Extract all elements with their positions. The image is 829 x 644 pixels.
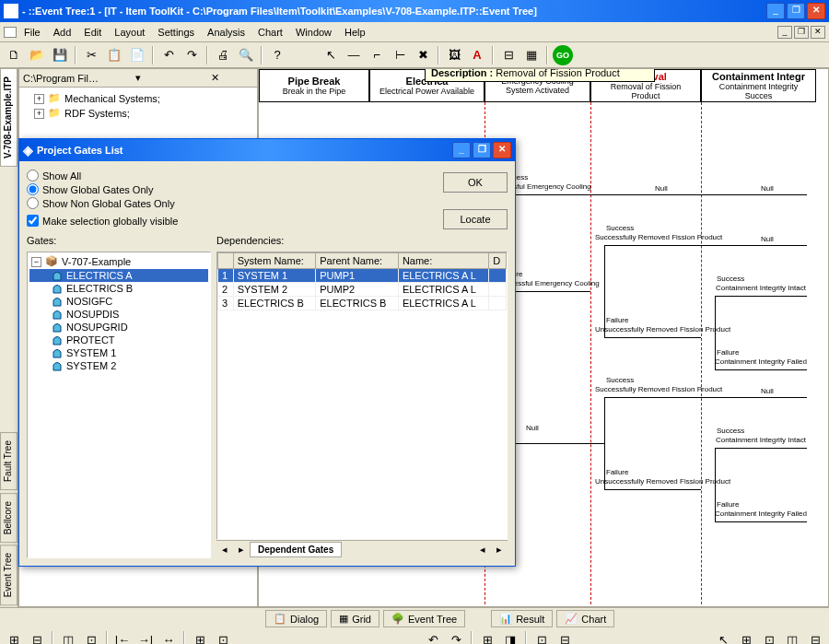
tool-h[interactable]: ⊞ [736,630,756,645]
et-column-header[interactable]: Containment IntegrContainment Integrity … [701,69,816,102]
radio-show-global[interactable]: Show Global Gates Only [27,182,443,196]
connect-tool[interactable]: ⊢ [390,45,410,65]
menu-add[interactable]: Add [48,25,77,40]
dialog-close[interactable]: ✕ [493,142,511,158]
gate-item[interactable]: NOSUPDIS [29,308,208,321]
tool-7[interactable]: ↔ [158,630,179,645]
text-tool[interactable]: A [467,45,487,65]
table-header[interactable]: Name: [398,253,488,269]
gate-item[interactable]: SYSTEM 1 [29,346,208,359]
line-tool[interactable]: — [344,45,364,65]
undo-button[interactable]: ↶ [158,45,179,65]
menu-layout[interactable]: Layout [109,25,150,40]
table-row[interactable]: 1SYSTEM 1PUMP1ELECTRICS A L [218,269,507,283]
tree-node-rdf[interactable]: + 📁 RDF Systems; [23,106,253,121]
delete-tool[interactable]: ✖ [413,45,433,65]
vtab-fault-tree[interactable]: Fault Tree [0,432,18,490]
minimize-button[interactable]: _ [766,3,785,19]
tool-5[interactable]: |← [112,630,133,645]
menu-settings[interactable]: Settings [152,25,200,40]
ok-button[interactable]: OK [443,172,508,193]
table-row[interactable]: 3ELECTRICS BELECTRICS BELECTRICS A L [218,297,507,310]
dependencies-table[interactable]: System Name:Parent Name:Name:D 1SYSTEM 1… [216,252,508,540]
mdi-close[interactable]: ✕ [811,26,825,39]
panel-close[interactable]: ✕ [177,72,253,85]
print-button[interactable]: 🖨 [213,45,233,65]
table-header[interactable]: D [489,253,507,269]
branch-tool[interactable]: ⌐ [367,45,387,65]
preview-button[interactable]: 🔍 [236,45,256,65]
dep-tab[interactable]: Dependent Gates [250,542,342,557]
dialog-minimize[interactable]: _ [452,142,471,158]
tool-3[interactable]: ◫ [58,630,78,645]
vtab-file[interactable]: V-708-Example.ITP [0,68,18,167]
tool-d[interactable]: ◨ [500,630,520,645]
tool-a[interactable]: ↶ [423,630,443,645]
menu-help[interactable]: Help [339,25,371,40]
tool-1[interactable]: ⊞ [4,630,24,645]
tool-e[interactable]: ⊡ [531,630,552,645]
vtab-event-tree[interactable]: Event Tree [0,544,18,605]
tool-g[interactable]: ↖ [713,630,733,645]
tab-event-tree[interactable]: 🌳Event Tree [383,610,465,627]
dialog-maximize[interactable]: ❐ [473,142,491,158]
panel-dropdown[interactable]: ▾ [99,72,176,85]
tool-i[interactable]: ⊡ [759,630,779,645]
locate-button[interactable]: Locate [443,209,508,229]
tab-dialog[interactable]: 📋Dialog [265,610,327,627]
redo-button[interactable]: ↷ [181,45,202,65]
tool-b[interactable]: ↷ [446,630,466,645]
tool-c[interactable]: ⊞ [477,630,497,645]
tool-j[interactable]: ◫ [782,630,802,645]
tool-6[interactable]: →| [135,630,156,645]
new-button[interactable]: 🗋 [4,45,24,65]
help-button[interactable]: ? [267,45,287,65]
go-button[interactable]: GO [553,45,573,65]
gate-item[interactable]: SYSTEM 2 [29,359,208,372]
tool-9[interactable]: ⊡ [213,630,233,645]
close-button[interactable]: ✕ [807,3,825,19]
gate-item[interactable]: ELECTRICS B [29,282,208,295]
tool-f[interactable]: ⊟ [555,630,575,645]
checkbox-global-visible[interactable]: Make selection globally visible [27,214,443,228]
table-row[interactable]: 2SYSTEM 2PUMP2ELECTRICS A L [218,283,507,297]
tool-2[interactable]: ⊟ [27,630,47,645]
menu-chart[interactable]: Chart [252,25,288,40]
tool-k[interactable]: ⊟ [805,630,825,645]
mdi-minimize[interactable]: _ [777,26,792,39]
tool-8[interactable]: ⊞ [190,630,210,645]
tab-result[interactable]: 📊Result [491,610,553,627]
vtab-bellcore[interactable]: Bellcore [0,493,18,543]
image-tool[interactable]: 🖼 [444,45,464,65]
gate-item[interactable]: NOSIGFC [29,295,208,308]
expand-icon[interactable]: + [34,94,44,104]
radio-show-all[interactable]: Show All [27,169,443,182]
radio-show-nonglobal[interactable]: Show Non Global Gates Only [27,196,443,210]
tab-grid[interactable]: ▦Grid [331,610,379,627]
expand-icon[interactable]: + [34,109,44,119]
mdi-restore[interactable]: ❐ [794,26,809,39]
menu-edit[interactable]: Edit [78,25,107,40]
table-header[interactable]: System Name: [233,253,316,269]
gates-tree[interactable]: − 📦 V-707-Example ELECTRICS AELECTRICS B… [27,252,211,558]
copy-button[interactable]: 📋 [104,45,124,65]
align-tool[interactable]: ⊟ [498,45,519,65]
gate-item[interactable]: NOSUPGRID [29,321,208,334]
gate-item[interactable]: ELECTRICS A [29,269,208,282]
et-column-header[interactable]: Pipe BreakBreak in the Pipe [259,69,369,102]
menu-file[interactable]: File [18,25,46,40]
table-header[interactable]: Parent Name: [316,253,399,269]
menu-window[interactable]: Window [290,25,337,40]
grid-tool[interactable]: ▦ [521,45,542,65]
gate-item[interactable]: PROTECT [29,334,208,346]
paste-button[interactable]: 📄 [127,45,147,65]
open-button[interactable]: 📂 [27,45,47,65]
maximize-button[interactable]: ❐ [787,3,805,19]
dialog-titlebar[interactable]: ◈ Project Gates List _ ❐ ✕ [19,139,515,161]
table-header[interactable] [218,253,234,269]
pointer-tool[interactable]: ↖ [321,45,341,65]
tool-4[interactable]: ⊡ [81,630,101,645]
collapse-icon[interactable]: − [31,257,41,267]
tree-node-mechanical[interactable]: + 📁 Mechanical Systems; [23,91,253,106]
gates-root[interactable]: − 📦 V-707-Example [29,254,208,269]
